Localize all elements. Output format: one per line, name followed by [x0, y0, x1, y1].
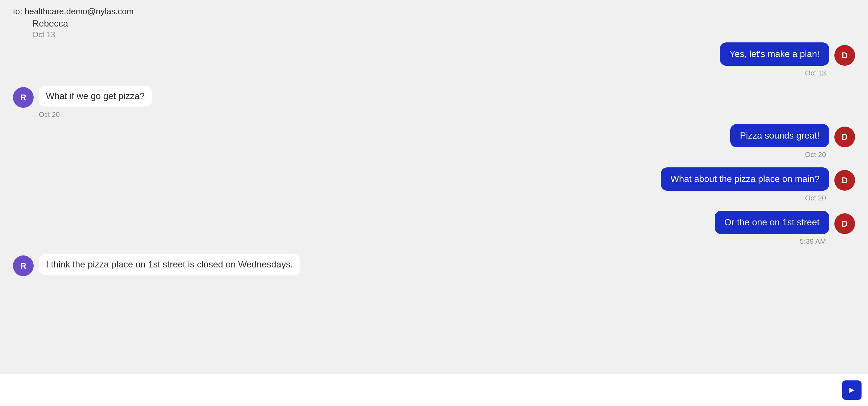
avatar-received-1: R [13, 87, 34, 108]
input-area: ► [0, 374, 868, 406]
bubble-received-2: I think the pizza place on 1st street is… [39, 254, 300, 275]
timestamp-sent-2: Oct 20 [805, 150, 826, 159]
avatar-sent-4: D [834, 213, 855, 234]
message-received-2: R I think the pizza place on 1st street … [13, 254, 855, 276]
avatar-sent-2: D [834, 126, 855, 147]
sent-block-4: Or the one on 1st street D 5:39 AM [13, 211, 855, 251]
avatar-sent-1: D [834, 45, 855, 66]
message-sent-4: Or the one on 1st street D [715, 211, 855, 234]
timestamp-sent-3: Oct 20 [805, 194, 826, 202]
bubble-sent-4: Or the one on 1st street [715, 211, 829, 234]
received-group-2: R I think the pizza place on 1st street … [13, 254, 855, 276]
sent-block-3: What about the pizza place on main? D Oc… [13, 167, 855, 207]
bubble-sent-3: What about the pizza place on main? [661, 167, 829, 191]
avatar-received-2: R [13, 256, 34, 276]
message-input[interactable] [6, 382, 838, 399]
timestamp-sent-1: Oct 13 [805, 69, 826, 77]
send-button[interactable]: ► [842, 380, 862, 400]
message-received-1: R What if we go get pizza? [13, 86, 855, 108]
header-to: to: healthcare.demo@nylas.com [13, 6, 855, 17]
send-icon: ► [848, 385, 856, 395]
header-sender-name: Rebecca [32, 19, 855, 29]
avatar-sent-3: D [834, 170, 855, 191]
received-group-1: R What if we go get pizza? Oct 20 [13, 86, 855, 119]
bubble-sent-1: Yes, let's make a plan! [720, 42, 829, 66]
message-sent-2: Pizza sounds great! D [730, 124, 855, 147]
chat-container: to: healthcare.demo@nylas.com Rebecca Oc… [0, 0, 868, 374]
header-date: Oct 13 [32, 30, 855, 39]
timestamp-received-1: Oct 20 [39, 110, 855, 119]
bubble-received-1: What if we go get pizza? [39, 86, 152, 107]
sent-block-1: Yes, let's make a plan! D Oct 13 [13, 42, 855, 83]
sent-block-2: Pizza sounds great! D Oct 20 [13, 124, 855, 164]
header-info: to: healthcare.demo@nylas.com Rebecca Oc… [13, 6, 855, 39]
timestamp-sent-4: 5:39 AM [800, 237, 826, 246]
message-sent-1: Yes, let's make a plan! D [720, 42, 855, 66]
bubble-sent-2: Pizza sounds great! [730, 124, 829, 147]
message-sent-3: What about the pizza place on main? D [661, 167, 855, 191]
